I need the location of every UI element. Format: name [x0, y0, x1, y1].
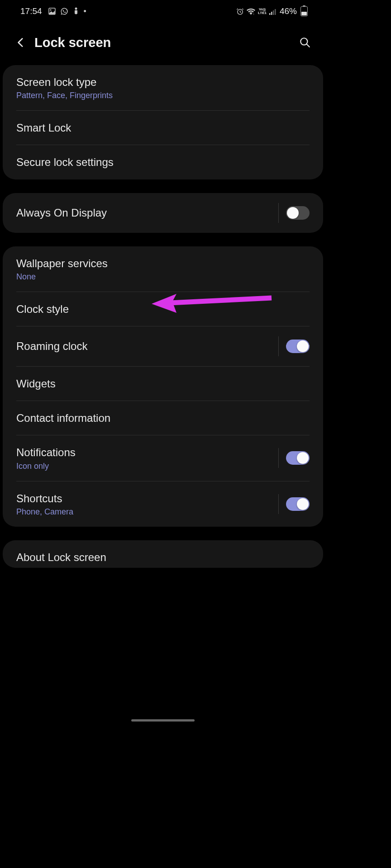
toggle-separator: [278, 203, 310, 223]
always-on-display-item[interactable]: Always On Display: [3, 193, 323, 233]
item-title: Wallpaper services: [16, 256, 310, 270]
item-title: About Lock screen: [16, 550, 310, 564]
svg-rect-7: [273, 10, 274, 15]
item-title: Shortcuts: [16, 491, 278, 505]
contact-information-item[interactable]: Contact information: [3, 401, 323, 435]
svg-line-10: [306, 44, 310, 47]
item-title: Screen lock type: [16, 75, 310, 89]
item-title: Clock style: [16, 302, 310, 316]
settings-card-1: Screen lock type Pattern, Face, Fingerpr…: [3, 65, 323, 179]
page-header: Lock screen: [0, 23, 326, 65]
svg-rect-8: [275, 9, 276, 15]
alarm-icon: [236, 8, 244, 15]
status-right: ↕ Vo)) LTE1 46%: [236, 6, 308, 16]
whatsapp-icon: [60, 7, 68, 15]
shortcuts-toggle[interactable]: [286, 497, 310, 511]
svg-point-2: [75, 8, 77, 10]
roaming-clock-toggle[interactable]: [286, 340, 310, 353]
wifi-icon: ↕: [247, 8, 255, 15]
back-button[interactable]: [11, 33, 31, 52]
item-subtitle: Phone, Camera: [16, 507, 278, 517]
settings-card-2: Always On Display: [3, 193, 323, 233]
svg-rect-6: [271, 12, 272, 15]
item-title: Secure lock settings: [16, 155, 310, 169]
svg-text:↕: ↕: [253, 12, 254, 14]
toggle-separator: [278, 336, 310, 356]
notifications-item[interactable]: Notifications Icon only: [3, 435, 323, 481]
item-title: Contact information: [16, 411, 310, 425]
page-title: Lock screen: [34, 35, 295, 50]
toggle-separator: [278, 494, 310, 514]
settings-card-4: About Lock screen: [3, 540, 323, 568]
status-time: 17:54: [20, 6, 42, 16]
item-title: Always On Display: [16, 206, 278, 220]
clock-style-item[interactable]: Clock style: [3, 292, 323, 326]
battery-icon: [300, 6, 308, 16]
status-left: 17:54 •: [20, 6, 86, 16]
item-subtitle: None: [16, 272, 310, 282]
item-title: Notifications: [16, 445, 278, 459]
picture-icon: [48, 8, 56, 15]
signal-icon: [269, 8, 277, 15]
svg-rect-5: [269, 13, 271, 15]
about-lock-screen-item[interactable]: About Lock screen: [3, 540, 323, 568]
always-on-display-toggle[interactable]: [286, 206, 310, 220]
volte-icon: Vo)) LTE1: [258, 8, 267, 15]
item-title: Widgets: [16, 377, 310, 391]
widgets-item[interactable]: Widgets: [3, 367, 323, 401]
roaming-clock-item[interactable]: Roaming clock: [3, 326, 323, 366]
search-button[interactable]: [295, 33, 315, 52]
screen-lock-type-item[interactable]: Screen lock type Pattern, Face, Fingerpr…: [3, 65, 323, 110]
secure-lock-settings-item[interactable]: Secure lock settings: [3, 145, 323, 179]
item-title: Roaming clock: [16, 339, 278, 353]
app-icon: [73, 7, 79, 15]
dot-icon: •: [84, 7, 86, 16]
smart-lock-item[interactable]: Smart Lock: [3, 111, 323, 145]
settings-card-3: Wallpaper services None Clock style Roam…: [3, 246, 323, 527]
item-subtitle: Icon only: [16, 462, 278, 471]
item-title: Smart Lock: [16, 121, 310, 135]
toggle-separator: [278, 448, 310, 468]
shortcuts-item[interactable]: Shortcuts Phone, Camera: [3, 481, 323, 527]
battery-percent: 46%: [280, 6, 297, 16]
svg-point-1: [50, 9, 51, 11]
wallpaper-services-item[interactable]: Wallpaper services None: [3, 246, 323, 292]
item-subtitle: Pattern, Face, Fingerprints: [16, 91, 310, 100]
notifications-toggle[interactable]: [286, 451, 310, 465]
status-bar: 17:54 • ↕ Vo)) LTE1 46%: [0, 0, 326, 23]
navigation-bar-indicator[interactable]: [131, 719, 195, 722]
